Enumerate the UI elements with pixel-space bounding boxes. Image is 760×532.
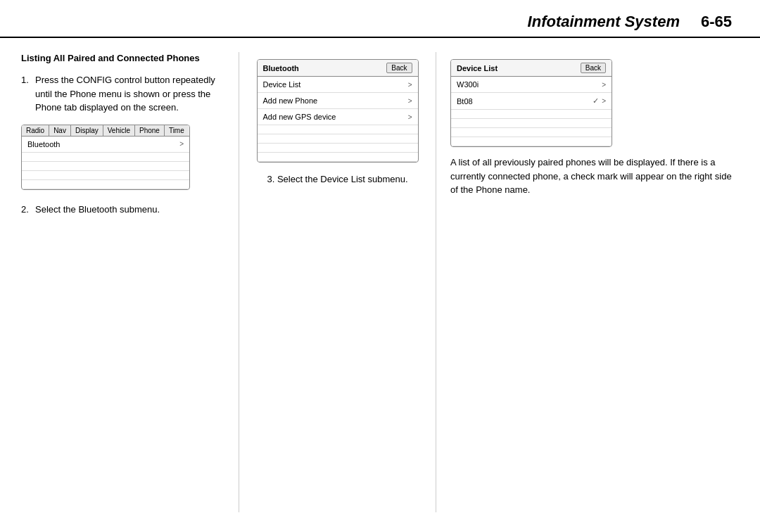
bluetooth-menu-item: Bluetooth >: [22, 137, 189, 153]
device-list-mockup: Device List Back W300i > Bt08 ✓ >: [450, 59, 612, 147]
right-column: Device List Back W300i > Bt08 ✓ >: [436, 52, 739, 512]
device-list-chevron: >: [408, 81, 412, 89]
device-list-menu-item: Device List >: [258, 77, 418, 93]
device-empty-row-4: [451, 137, 612, 146]
step-1: 1. Press the CONFIG control button repea…: [21, 73, 232, 115]
bt-empty-row-3: [258, 144, 418, 153]
device-bt08-check-chevron: ✓ >: [593, 96, 606, 106]
page-header: Infotainment System 6-65: [0, 0, 760, 38]
tab-time: Time: [165, 125, 189, 136]
device-w300i-name: W300i: [457, 80, 602, 89]
phone-tabs: Radio Nav Display Vehicle Phone Time: [22, 125, 189, 137]
tab-phone: Phone: [135, 125, 165, 136]
empty-row-1: [22, 153, 189, 162]
section-heading: Listing All Paired and Connected Phones: [21, 52, 232, 65]
step-2-text: Select the Bluetooth submenu.: [35, 203, 232, 217]
bluetooth-label: Bluetooth: [27, 140, 60, 148]
device-w300i: W300i >: [451, 77, 612, 93]
add-phone-chevron: >: [408, 97, 412, 105]
step-3-text: Select the Device List submenu.: [277, 174, 408, 184]
device-bt08-arrow: >: [602, 97, 606, 105]
bluetooth-mockup-header: Bluetooth Back: [258, 60, 418, 77]
empty-row-3: [22, 171, 189, 180]
add-gps-menu-item: Add new GPS device >: [258, 109, 418, 125]
tab-vehicle: Vehicle: [103, 125, 135, 136]
device-list-title: Device List: [457, 64, 498, 72]
empty-row-4: [22, 180, 189, 189]
add-phone-label: Add new Phone: [263, 96, 318, 105]
add-phone-menu-item: Add new Phone >: [258, 93, 418, 109]
step-3-container: 3. Select the Device List submenu.: [267, 172, 407, 186]
step-1-num: 1.: [21, 73, 35, 115]
device-w300i-arrow: >: [602, 81, 606, 89]
device-bt08: Bt08 ✓ >: [451, 93, 612, 110]
header-page: 6-65: [701, 13, 732, 31]
device-bt08-name: Bt08: [457, 97, 593, 106]
steps-list: 1. Press the CONFIG control button repea…: [21, 73, 232, 115]
add-gps-chevron: >: [408, 113, 412, 121]
step-3-num: 3.: [267, 174, 274, 184]
bt-empty-row-1: [258, 125, 418, 134]
add-gps-label: Add new GPS device: [263, 113, 336, 121]
bluetooth-mockup-title: Bluetooth: [263, 64, 299, 72]
device-list-label: Device List: [263, 80, 301, 89]
empty-row-2: [22, 162, 189, 171]
tab-radio: Radio: [22, 125, 49, 136]
bluetooth-chevron: >: [179, 140, 184, 148]
bt-empty-row-2: [258, 134, 418, 144]
device-empty-rows: [451, 110, 612, 146]
middle-column: Bluetooth Back Device List > Add new Pho…: [239, 52, 436, 512]
bt-empty-rows: [258, 125, 418, 162]
step-2-num: 2.: [21, 203, 35, 217]
device-empty-row-3: [451, 128, 612, 137]
device-w300i-chevron: >: [602, 81, 606, 89]
step-2: 2. Select the Bluetooth submenu.: [21, 203, 232, 217]
device-empty-row-2: [451, 119, 612, 128]
description-text: A list of all previously paired phones w…: [450, 156, 739, 197]
bluetooth-mockup: Bluetooth Back Device List > Add new Pho…: [257, 59, 419, 163]
device-list-back-button: Back: [581, 63, 606, 73]
step-1-text: Press the CONFIG control button repeated…: [35, 73, 232, 115]
device-empty-row-1: [451, 110, 612, 119]
tab-display: Display: [71, 125, 103, 136]
checkmark-icon: ✓: [593, 96, 599, 106]
step2-list: 2. Select the Bluetooth submenu.: [21, 203, 232, 217]
bluetooth-back-button: Back: [386, 63, 412, 73]
main-content: Listing All Paired and Connected Phones …: [0, 38, 760, 526]
empty-rows: [22, 153, 189, 189]
phone-menu-mockup: Radio Nav Display Vehicle Phone Time Blu…: [21, 125, 190, 190]
bt-empty-row-4: [258, 153, 418, 162]
header-title: Infotainment System: [528, 13, 680, 31]
left-column: Listing All Paired and Connected Phones …: [21, 52, 239, 512]
tab-nav: Nav: [49, 125, 71, 136]
device-list-mockup-header: Device List Back: [451, 60, 612, 77]
